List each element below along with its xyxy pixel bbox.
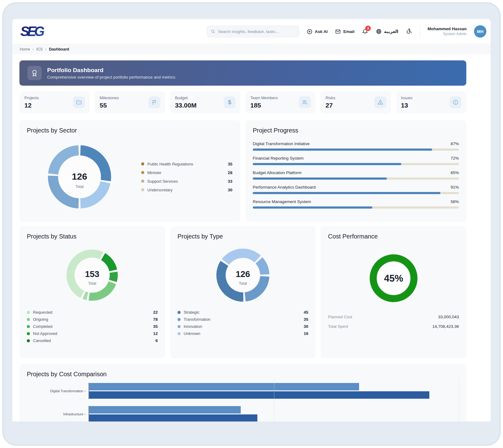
donut-total-label: Total	[88, 281, 96, 286]
progress-track	[253, 192, 459, 194]
breadcrumb-separator: ›	[32, 47, 34, 51]
gridline	[274, 401, 274, 422]
legend-value: 35	[304, 317, 308, 322]
progress-track	[253, 206, 459, 209]
card-title: Projects by Sector	[27, 127, 233, 134]
cost-label: Planned Cost	[328, 315, 352, 319]
bar-category-label: Infrastructure	[27, 412, 88, 416]
progress-percent: 65%	[451, 170, 459, 175]
stat-card-issues: Issues 13	[396, 91, 466, 113]
legend-item: Underscretary30	[141, 187, 232, 193]
legend-value: 28	[228, 170, 232, 175]
progress-label: Resource Management System	[253, 199, 311, 204]
user-info[interactable]: Mohammed Hassan System Admin	[427, 26, 467, 36]
legend-value: 30	[304, 324, 308, 329]
legend-dot	[178, 332, 181, 335]
stat-value: 13	[401, 102, 413, 109]
banner-title: Portfolio Dashboard	[47, 67, 175, 74]
notification-badge: 3	[365, 26, 371, 31]
cost-gauge-chart: 45%	[367, 252, 420, 305]
progress-list: Digital Transformation Initiative87%Fina…	[253, 141, 459, 209]
accessibility-icon[interactable]	[406, 28, 412, 35]
type-legend: Strategic45Transformation35Innovation30U…	[178, 309, 309, 337]
stat-label: Risks	[325, 96, 335, 100]
progress-fill	[253, 163, 401, 165]
stat-label: Team Members	[250, 96, 278, 100]
stat-value: 33.00M	[175, 102, 197, 109]
breadcrumb-section[interactable]: ICS	[36, 47, 43, 51]
bar	[89, 391, 429, 399]
stat-card-projects: Projects 12	[19, 91, 90, 113]
donut-total: 126	[236, 269, 250, 279]
legend-label: Not Approved	[33, 331, 57, 336]
avatar[interactable]: MH	[474, 25, 486, 38]
project-progress-card: Project Progress Digital Transformation …	[245, 120, 466, 222]
legend-dot	[178, 318, 181, 321]
legend-dot	[27, 311, 30, 314]
legend-dot	[178, 311, 181, 314]
search-input[interactable]	[218, 29, 295, 34]
legend-item: Requested22	[27, 309, 158, 316]
email-label: Email	[343, 29, 354, 34]
banner-subtitle: Comprehensive overview of project portfo…	[47, 75, 175, 79]
progress-row: Budget Allocation Platform65%	[253, 170, 459, 180]
legend-item: Unknown16	[178, 330, 309, 337]
donut-total-label: Total	[239, 281, 247, 286]
sector-legend: Public Health Regulations35Minister28Sup…	[141, 161, 232, 193]
card-title: Projects by Cost Comparison	[27, 371, 459, 378]
bar-track-area	[88, 383, 459, 399]
legend-item: Innovation30	[178, 323, 309, 330]
search-icon	[211, 29, 215, 34]
search-bar[interactable]	[207, 26, 299, 37]
cost-comparison-card: Projects by Cost Comparison Digital Tran…	[19, 364, 466, 422]
breadcrumb-home[interactable]: Home	[20, 47, 30, 51]
app-page: SEG Ask AI	[12, 19, 491, 422]
legend-value: 35	[228, 162, 232, 166]
ask-ai-button[interactable]: Ask AI	[307, 29, 328, 35]
projects-by-status-card: Projects by Status 153 Total Requested22…	[19, 226, 165, 358]
legend-item: Completed35	[27, 323, 158, 330]
legend-value: 6	[155, 338, 158, 343]
progress-percent: 87%	[451, 141, 459, 146]
cost-value: 14,708,423.36	[432, 324, 459, 329]
email-button[interactable]: Email	[335, 29, 354, 35]
language-toggle[interactable]: العربية	[376, 28, 398, 35]
legend-value: 35	[153, 324, 158, 329]
breadcrumb-current: Dashboard	[49, 47, 69, 51]
legend-label: Completed	[33, 324, 52, 329]
alert-circle-icon	[452, 99, 459, 105]
header-divider	[420, 25, 420, 38]
screen: SEG Ask AI	[0, 0, 503, 448]
cost-performance-card: Cost Performance 45% Planned Cost 33,000…	[321, 226, 466, 358]
progress-row: Financial Reporting System72%	[253, 156, 459, 165]
donut-segment	[84, 295, 88, 296]
bar	[89, 406, 241, 413]
progress-label: Digital Transformation Initiative	[253, 141, 310, 146]
notifications-button[interactable]: 3	[362, 28, 368, 35]
folder-icon	[76, 99, 82, 105]
seg-logo[interactable]: SEG	[20, 24, 52, 39]
status-donut-chart: 153 Total	[64, 247, 120, 303]
legend-item: Public Health Regulations35	[141, 161, 232, 167]
flag-icon	[151, 99, 157, 105]
legend-value: 12	[153, 331, 158, 336]
legend-dot	[178, 325, 181, 328]
bar-group: Digital Transformation	[27, 383, 459, 399]
users-icon	[302, 99, 308, 105]
legend-dot	[141, 162, 144, 165]
gridline	[459, 401, 459, 422]
progress-track	[253, 177, 459, 180]
award-ribbon-icon	[31, 69, 39, 77]
warning-triangle-icon	[377, 99, 383, 105]
progress-fill	[253, 177, 387, 180]
stat-label: Issues	[401, 96, 413, 100]
legend-item: Ongoing78	[27, 316, 158, 323]
projects-by-sector-card: Projects by Sector 126 Total Public Heal…	[19, 120, 240, 222]
legend-value: 16	[304, 331, 308, 336]
progress-track	[253, 149, 459, 151]
language-label: العربية	[384, 29, 398, 34]
donut-total: 126	[72, 171, 87, 181]
cost-label: Total Spent	[328, 324, 348, 329]
globe-icon	[376, 28, 382, 35]
email-icon	[335, 29, 341, 35]
